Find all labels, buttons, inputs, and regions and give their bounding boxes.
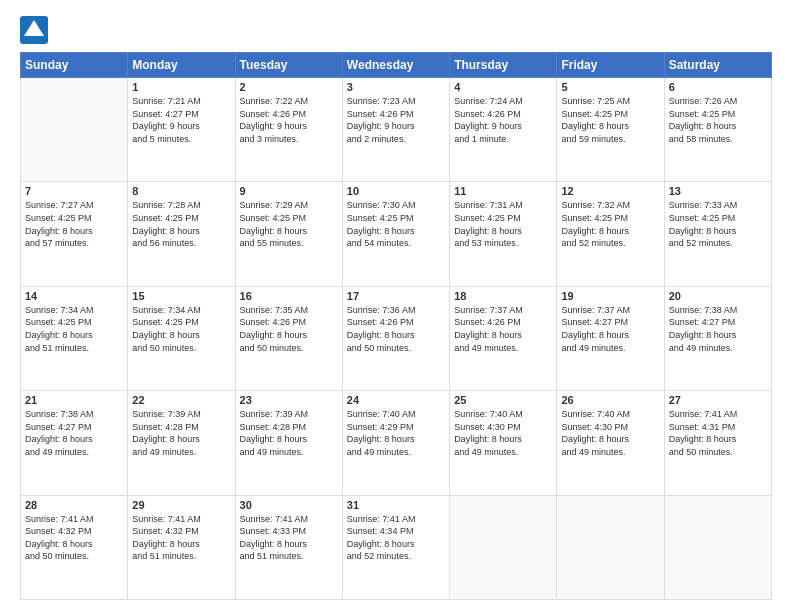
- day-number: 27: [669, 394, 767, 406]
- day-info: Sunrise: 7:36 AMSunset: 4:26 PMDaylight:…: [347, 304, 445, 354]
- weekday-header: Friday: [557, 53, 664, 78]
- day-number: 1: [132, 81, 230, 93]
- calendar-week-row: 28Sunrise: 7:41 AMSunset: 4:32 PMDayligh…: [21, 495, 772, 599]
- weekday-header: Saturday: [664, 53, 771, 78]
- calendar-cell: 15Sunrise: 7:34 AMSunset: 4:25 PMDayligh…: [128, 286, 235, 390]
- day-number: 25: [454, 394, 552, 406]
- calendar-cell: 5Sunrise: 7:25 AMSunset: 4:25 PMDaylight…: [557, 78, 664, 182]
- calendar-cell: 28Sunrise: 7:41 AMSunset: 4:32 PMDayligh…: [21, 495, 128, 599]
- calendar-cell: [21, 78, 128, 182]
- calendar-cell: [557, 495, 664, 599]
- calendar-cell: 2Sunrise: 7:22 AMSunset: 4:26 PMDaylight…: [235, 78, 342, 182]
- day-number: 14: [25, 290, 123, 302]
- day-number: 4: [454, 81, 552, 93]
- calendar-week-row: 1Sunrise: 7:21 AMSunset: 4:27 PMDaylight…: [21, 78, 772, 182]
- calendar-week-row: 7Sunrise: 7:27 AMSunset: 4:25 PMDaylight…: [21, 182, 772, 286]
- day-info: Sunrise: 7:40 AMSunset: 4:30 PMDaylight:…: [454, 408, 552, 458]
- day-number: 6: [669, 81, 767, 93]
- day-info: Sunrise: 7:25 AMSunset: 4:25 PMDaylight:…: [561, 95, 659, 145]
- calendar-cell: 1Sunrise: 7:21 AMSunset: 4:27 PMDaylight…: [128, 78, 235, 182]
- day-info: Sunrise: 7:40 AMSunset: 4:29 PMDaylight:…: [347, 408, 445, 458]
- calendar-cell: 19Sunrise: 7:37 AMSunset: 4:27 PMDayligh…: [557, 286, 664, 390]
- calendar-cell: [450, 495, 557, 599]
- calendar-cell: 4Sunrise: 7:24 AMSunset: 4:26 PMDaylight…: [450, 78, 557, 182]
- day-info: Sunrise: 7:41 AMSunset: 4:34 PMDaylight:…: [347, 513, 445, 563]
- day-number: 26: [561, 394, 659, 406]
- calendar-cell: 20Sunrise: 7:38 AMSunset: 4:27 PMDayligh…: [664, 286, 771, 390]
- day-number: 10: [347, 185, 445, 197]
- day-info: Sunrise: 7:41 AMSunset: 4:33 PMDaylight:…: [240, 513, 338, 563]
- day-number: 17: [347, 290, 445, 302]
- day-number: 12: [561, 185, 659, 197]
- calendar-cell: 11Sunrise: 7:31 AMSunset: 4:25 PMDayligh…: [450, 182, 557, 286]
- day-info: Sunrise: 7:38 AMSunset: 4:27 PMDaylight:…: [669, 304, 767, 354]
- day-number: 3: [347, 81, 445, 93]
- day-info: Sunrise: 7:39 AMSunset: 4:28 PMDaylight:…: [240, 408, 338, 458]
- calendar-cell: 31Sunrise: 7:41 AMSunset: 4:34 PMDayligh…: [342, 495, 449, 599]
- day-number: 20: [669, 290, 767, 302]
- day-number: 15: [132, 290, 230, 302]
- day-info: Sunrise: 7:34 AMSunset: 4:25 PMDaylight:…: [132, 304, 230, 354]
- day-info: Sunrise: 7:35 AMSunset: 4:26 PMDaylight:…: [240, 304, 338, 354]
- day-number: 9: [240, 185, 338, 197]
- day-info: Sunrise: 7:22 AMSunset: 4:26 PMDaylight:…: [240, 95, 338, 145]
- calendar-cell: 18Sunrise: 7:37 AMSunset: 4:26 PMDayligh…: [450, 286, 557, 390]
- calendar-week-row: 14Sunrise: 7:34 AMSunset: 4:25 PMDayligh…: [21, 286, 772, 390]
- calendar-cell: 25Sunrise: 7:40 AMSunset: 4:30 PMDayligh…: [450, 391, 557, 495]
- day-number: 19: [561, 290, 659, 302]
- day-info: Sunrise: 7:32 AMSunset: 4:25 PMDaylight:…: [561, 199, 659, 249]
- weekday-header: Sunday: [21, 53, 128, 78]
- day-info: Sunrise: 7:31 AMSunset: 4:25 PMDaylight:…: [454, 199, 552, 249]
- day-number: 8: [132, 185, 230, 197]
- day-number: 23: [240, 394, 338, 406]
- day-info: Sunrise: 7:21 AMSunset: 4:27 PMDaylight:…: [132, 95, 230, 145]
- day-info: Sunrise: 7:37 AMSunset: 4:27 PMDaylight:…: [561, 304, 659, 354]
- day-info: Sunrise: 7:27 AMSunset: 4:25 PMDaylight:…: [25, 199, 123, 249]
- calendar-cell: 27Sunrise: 7:41 AMSunset: 4:31 PMDayligh…: [664, 391, 771, 495]
- day-number: 5: [561, 81, 659, 93]
- calendar-header: SundayMondayTuesdayWednesdayThursdayFrid…: [21, 53, 772, 78]
- day-number: 13: [669, 185, 767, 197]
- calendar-cell: 12Sunrise: 7:32 AMSunset: 4:25 PMDayligh…: [557, 182, 664, 286]
- calendar-cell: 7Sunrise: 7:27 AMSunset: 4:25 PMDaylight…: [21, 182, 128, 286]
- day-info: Sunrise: 7:28 AMSunset: 4:25 PMDaylight:…: [132, 199, 230, 249]
- day-info: Sunrise: 7:23 AMSunset: 4:26 PMDaylight:…: [347, 95, 445, 145]
- calendar-cell: 16Sunrise: 7:35 AMSunset: 4:26 PMDayligh…: [235, 286, 342, 390]
- day-number: 24: [347, 394, 445, 406]
- calendar-cell: 6Sunrise: 7:26 AMSunset: 4:25 PMDaylight…: [664, 78, 771, 182]
- day-number: 7: [25, 185, 123, 197]
- weekday-header: Monday: [128, 53, 235, 78]
- day-number: 28: [25, 499, 123, 511]
- day-number: 11: [454, 185, 552, 197]
- weekday-row: SundayMondayTuesdayWednesdayThursdayFrid…: [21, 53, 772, 78]
- logo-icon: [20, 16, 48, 44]
- calendar-body: 1Sunrise: 7:21 AMSunset: 4:27 PMDaylight…: [21, 78, 772, 600]
- day-info: Sunrise: 7:41 AMSunset: 4:31 PMDaylight:…: [669, 408, 767, 458]
- calendar-cell: 29Sunrise: 7:41 AMSunset: 4:32 PMDayligh…: [128, 495, 235, 599]
- calendar-cell: 23Sunrise: 7:39 AMSunset: 4:28 PMDayligh…: [235, 391, 342, 495]
- calendar-cell: 21Sunrise: 7:38 AMSunset: 4:27 PMDayligh…: [21, 391, 128, 495]
- calendar-cell: 22Sunrise: 7:39 AMSunset: 4:28 PMDayligh…: [128, 391, 235, 495]
- day-info: Sunrise: 7:41 AMSunset: 4:32 PMDaylight:…: [132, 513, 230, 563]
- page: SundayMondayTuesdayWednesdayThursdayFrid…: [0, 0, 792, 612]
- calendar-cell: 10Sunrise: 7:30 AMSunset: 4:25 PMDayligh…: [342, 182, 449, 286]
- calendar-cell: 3Sunrise: 7:23 AMSunset: 4:26 PMDaylight…: [342, 78, 449, 182]
- calendar-cell: 17Sunrise: 7:36 AMSunset: 4:26 PMDayligh…: [342, 286, 449, 390]
- calendar-cell: 30Sunrise: 7:41 AMSunset: 4:33 PMDayligh…: [235, 495, 342, 599]
- day-info: Sunrise: 7:34 AMSunset: 4:25 PMDaylight:…: [25, 304, 123, 354]
- day-number: 2: [240, 81, 338, 93]
- calendar-cell: 24Sunrise: 7:40 AMSunset: 4:29 PMDayligh…: [342, 391, 449, 495]
- calendar-cell: [664, 495, 771, 599]
- day-info: Sunrise: 7:40 AMSunset: 4:30 PMDaylight:…: [561, 408, 659, 458]
- day-info: Sunrise: 7:29 AMSunset: 4:25 PMDaylight:…: [240, 199, 338, 249]
- day-number: 16: [240, 290, 338, 302]
- day-info: Sunrise: 7:33 AMSunset: 4:25 PMDaylight:…: [669, 199, 767, 249]
- day-number: 21: [25, 394, 123, 406]
- day-number: 22: [132, 394, 230, 406]
- day-info: Sunrise: 7:26 AMSunset: 4:25 PMDaylight:…: [669, 95, 767, 145]
- header: [20, 16, 772, 44]
- day-info: Sunrise: 7:41 AMSunset: 4:32 PMDaylight:…: [25, 513, 123, 563]
- calendar-week-row: 21Sunrise: 7:38 AMSunset: 4:27 PMDayligh…: [21, 391, 772, 495]
- calendar-cell: 14Sunrise: 7:34 AMSunset: 4:25 PMDayligh…: [21, 286, 128, 390]
- calendar-table: SundayMondayTuesdayWednesdayThursdayFrid…: [20, 52, 772, 600]
